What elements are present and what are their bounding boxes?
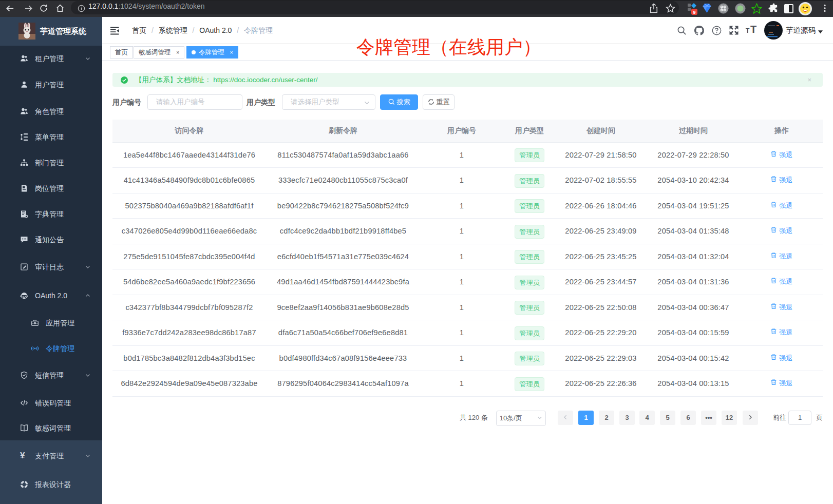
svg-text:9: 9 [693,10,695,15]
